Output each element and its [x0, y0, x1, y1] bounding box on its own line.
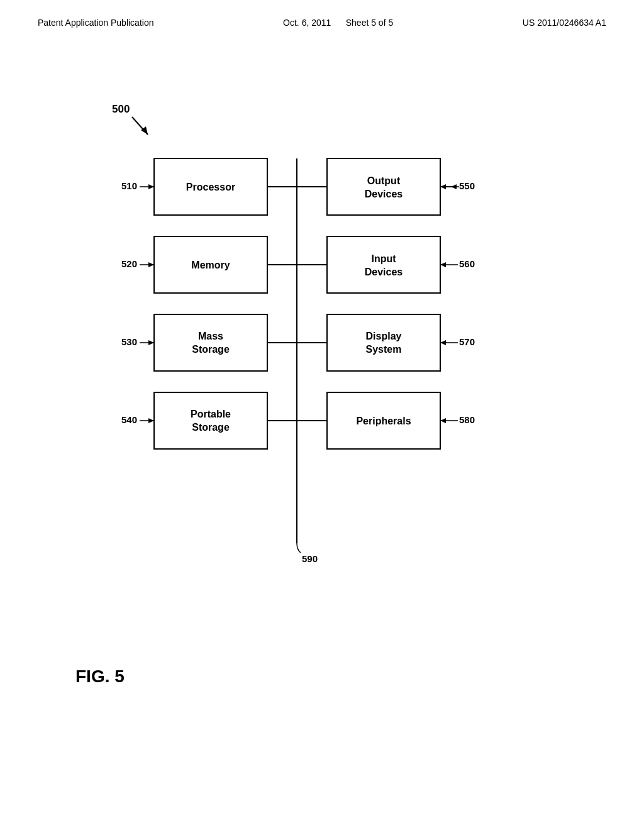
ref-570: 570 [459, 336, 475, 347]
box-540-label2: Storage [192, 422, 230, 433]
box-550 [327, 158, 440, 215]
ref-510-arrowhead [148, 184, 154, 189]
ref-590-arrow [297, 543, 301, 553]
ref-560-arrowhead [440, 262, 446, 267]
ref-520: 520 [121, 258, 137, 269]
box-530 [154, 314, 267, 371]
ref-550-arrowhead2 [440, 184, 446, 189]
header-right: US 2011/0246634 A1 [523, 18, 606, 28]
box-580 [327, 392, 440, 449]
box-520-label: Memory [191, 260, 230, 270]
box-560 [327, 236, 440, 293]
box-560-label2: Devices [365, 267, 403, 277]
ref-530: 530 [121, 336, 137, 347]
arrow-500-line [132, 117, 148, 135]
ref-580-arrowhead [440, 418, 446, 423]
ref-550: 550 [459, 180, 475, 191]
box-540 [154, 392, 267, 449]
diagram-area: 500 Processor 510 Output Devices 550 [0, 65, 644, 631]
box-540-label1: Portable [191, 409, 231, 419]
header-center: Oct. 6, 2011 Sheet 5 of 5 [283, 18, 393, 28]
ref-590-label: 590 [302, 553, 318, 564]
page-header: Patent Application Publication Oct. 6, 2… [0, 0, 644, 28]
figure-caption: FIG. 5 [75, 667, 125, 687]
ref-540: 540 [121, 414, 137, 425]
box-560-label1: Input [371, 253, 396, 264]
header-sheet: Sheet 5 of 5 [346, 18, 394, 28]
ref-550-arrowhead [451, 184, 457, 189]
box-510 [154, 158, 267, 215]
ref-580: 580 [459, 414, 475, 425]
diagram-svg: 500 Processor 510 Output Devices 550 [0, 65, 644, 631]
header-date: Oct. 6, 2011 [283, 18, 331, 28]
ref-530-arrowhead [148, 340, 154, 345]
figure-label: FIG. 5 [75, 667, 125, 686]
ref-520-arrowhead [148, 262, 154, 267]
box-570-label1: Display [366, 331, 402, 341]
box-530-label1: Mass [198, 331, 223, 341]
box-550-label2: Devices [365, 189, 403, 199]
box-570 [327, 314, 440, 371]
ref-540-arrowhead [148, 418, 154, 423]
box-550-label1: Output [367, 175, 401, 186]
box-520 [154, 236, 267, 293]
ref-510: 510 [121, 180, 137, 191]
arrow-500-head [141, 126, 148, 135]
ref-500-label: 500 [112, 103, 130, 115]
box-510-label: Processor [186, 182, 235, 192]
ref-570-arrowhead [440, 340, 446, 345]
ref-560: 560 [459, 258, 475, 269]
box-580-label: Peripherals [356, 416, 411, 426]
box-530-label2: Storage [192, 344, 230, 355]
header-left: Patent Application Publication [38, 18, 153, 28]
box-570-label2: System [366, 344, 402, 355]
